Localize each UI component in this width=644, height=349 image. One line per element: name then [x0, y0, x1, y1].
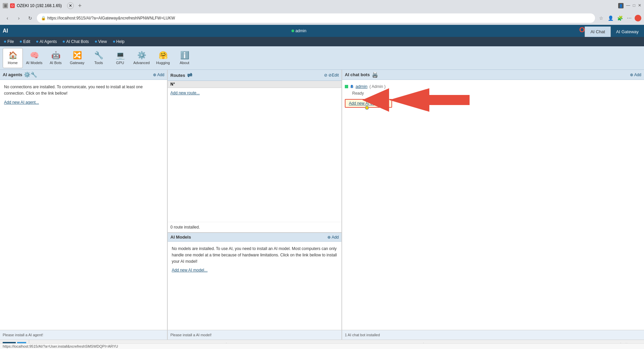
- menu-bar: File Edit AI Agents AI Chat Bots View He…: [0, 37, 644, 46]
- maximize-btn[interactable]: □: [633, 3, 635, 8]
- ai-models-icon: 🧠: [30, 51, 39, 60]
- add-new-agent-link[interactable]: Add new AI agent...: [4, 100, 39, 105]
- toolbar-ai-bots-btn[interactable]: 🤖 AI Bots: [46, 48, 66, 68]
- middle-panel: Routes ⇌ ⊘ ⊘Edit N° Add new route... 0 r…: [168, 70, 342, 340]
- new-tab-btn[interactable]: +: [76, 2, 83, 9]
- browser-menu-icon[interactable]: ☰: [3, 3, 8, 8]
- add-chatbot-container: Add new AI chat bot...: [345, 99, 392, 108]
- extensions-icon[interactable]: 🧩: [616, 14, 624, 22]
- left-panel: AI agents ⚙️🔧 ⊕ Add No connections are i…: [0, 70, 168, 340]
- agents-panel-title: AI agents ⚙️🔧: [3, 71, 37, 78]
- browser-menu-dots[interactable]: ⋯: [625, 14, 633, 22]
- toolbar-gateway-label: Gateway: [70, 61, 84, 65]
- user-status-text: Ready: [345, 91, 641, 96]
- routes-edit-icon: ⊘: [324, 73, 327, 78]
- home-icon: 🏠: [8, 51, 17, 60]
- toolbar-ai-models-btn[interactable]: 🧠 AI Models: [24, 48, 44, 68]
- bookmark-icon[interactable]: ☆: [597, 14, 605, 22]
- user-status-dot: [345, 85, 348, 88]
- back-btn[interactable]: ‹: [3, 13, 12, 23]
- agents-no-conn-text: No connections are installed. To communi…: [4, 84, 163, 97]
- url-text: https://localhost:9515/AI/?a=AIGateway&n…: [47, 16, 175, 20]
- toolbar-ai-bots-label: AI Bots: [50, 61, 61, 65]
- minimize-btn[interactable]: —: [626, 3, 630, 8]
- refresh-btn[interactable]: ↻: [25, 13, 35, 23]
- ai-models-desc: No models are installed. To use AI, you …: [172, 246, 337, 265]
- gpu-icon: 💻: [116, 51, 125, 60]
- add-new-route-link[interactable]: Add new route...: [170, 91, 200, 95]
- routes-icon: ⇌: [187, 71, 192, 79]
- tab-close-btn[interactable]: ✕: [67, 2, 74, 9]
- toolbar-advanced-btn[interactable]: ⚙️ Advanced: [131, 48, 152, 68]
- ai-models-body: No models are installed. To use AI, you …: [168, 242, 341, 330]
- routes-body: Add new route...: [168, 88, 341, 222]
- toolbar-about-label: About: [180, 61, 190, 65]
- toolbar-gpu-btn[interactable]: 💻 GPU: [110, 48, 130, 68]
- toolbar: 🏠 Home 🧠 AI Models 🤖 AI Bots 🔀 Gateway 🔧…: [0, 46, 644, 70]
- routes-table-header: N°: [168, 81, 341, 88]
- content-area: AI agents ⚙️🔧 ⊕ Add No connections are i…: [0, 70, 644, 340]
- agents-panel-header: AI agents ⚙️🔧 ⊕ Add: [0, 70, 167, 80]
- agents-add-btn[interactable]: ⊕ Add: [153, 72, 164, 77]
- ai-models-title: AI Models: [170, 235, 191, 240]
- add-new-model-link[interactable]: Add new AI model...: [172, 268, 208, 272]
- routes-title-text: Routes: [170, 73, 185, 78]
- tools-icon: 🔧: [94, 51, 103, 60]
- menu-file[interactable]: File: [1, 38, 16, 45]
- routes-edit-btn[interactable]: ⊘ ⊘Edit: [324, 73, 339, 78]
- status-bar: Start AI Please install a AI agent! Plea…: [0, 340, 644, 349]
- gateway-icon: 🔀: [73, 51, 82, 60]
- routes-title: Routes ⇌: [170, 71, 192, 79]
- toolbar-hugging-btn[interactable]: 🤗 Hugging: [153, 48, 173, 68]
- profile-icon[interactable]: 👤: [618, 3, 624, 8]
- menu-ai-agents[interactable]: AI Agents: [34, 38, 59, 45]
- chatbots-printer-icon[interactable]: 🖨️: [372, 71, 378, 78]
- user-item: 👤 admin ( Admin ): [345, 83, 641, 90]
- ai-models-add-btn[interactable]: ⊕ Add: [327, 235, 339, 240]
- routes-status: 0 route installed.: [168, 222, 341, 232]
- browser-profile-icon[interactable]: [635, 15, 641, 21]
- toolbar-gpu-label: GPU: [116, 61, 124, 65]
- agents-gear-icon: ⚙️🔧: [24, 71, 37, 78]
- menu-view[interactable]: View: [92, 38, 110, 45]
- profile-circle-icon[interactable]: 👤: [606, 14, 614, 22]
- ai-models-status: Please install a AI model!: [168, 330, 341, 340]
- toolbar-ai-models-label: AI Models: [26, 61, 43, 65]
- menu-edit[interactable]: Edit: [17, 38, 33, 45]
- routes-col-n: N°: [170, 82, 175, 87]
- tab-ai-gateway[interactable]: AI Gateway: [610, 27, 644, 37]
- title-bar: ☰ O OZEKI 10 (192.168.1.65) ✕ + 👤 — □ ✕: [0, 0, 644, 11]
- user-avatar-small: 👤: [350, 85, 354, 88]
- admin-status-dot: [291, 30, 294, 32]
- user-role-text: ( Admin ): [369, 84, 385, 89]
- toolbar-tools-label: Tools: [94, 61, 103, 65]
- chatbots-header: AI chat bots 🖨️ ⊕ Add: [342, 70, 644, 80]
- chatbots-title: AI chat bots 🖨️: [345, 71, 378, 78]
- advanced-icon: ⚙️: [137, 51, 146, 60]
- toolbar-gateway-btn[interactable]: 🔀 Gateway: [67, 48, 87, 68]
- ai-models-header: AI Models ⊕ Add: [168, 233, 341, 242]
- menu-ai-chat-bots[interactable]: AI Chat Bots: [60, 38, 91, 45]
- app-title: AI: [3, 28, 8, 34]
- ai-bots-icon: 🤖: [51, 51, 60, 60]
- ai-models-section: AI Models ⊕ Add No models are installed.…: [168, 232, 341, 340]
- user-name-link[interactable]: admin: [356, 84, 367, 89]
- tab-ai-chat[interactable]: AI Chat: [585, 27, 610, 37]
- chatbots-body: 👤 admin ( Admin ) Ready Add new AI chat …: [342, 80, 644, 330]
- toolbar-home-btn[interactable]: 🏠 Home: [3, 48, 23, 68]
- chatbots-title-text: AI chat bots: [345, 72, 370, 77]
- routes-edit-label: ⊘Edit: [328, 73, 339, 78]
- address-bar[interactable]: 🔒 https://localhost:9515/AI/?a=AIGateway…: [37, 13, 595, 23]
- toolbar-about-btn[interactable]: ℹ️ About: [174, 48, 195, 68]
- menu-help[interactable]: Help: [110, 38, 127, 45]
- toolbar-tools-btn[interactable]: 🔧 Tools: [89, 48, 109, 68]
- top-right-tabs: AI Chat AI Gateway: [585, 27, 644, 37]
- agents-title-text: AI agents: [3, 72, 22, 77]
- right-panel: AI chat bots 🖨️ ⊕ Add 👤 admin ( Admin ) …: [342, 70, 644, 340]
- toolbar-home-label: Home: [8, 61, 17, 65]
- admin-name: admin: [296, 29, 307, 33]
- chatbots-status: 1 AI chat bot installed: [342, 330, 644, 340]
- chatbots-add-btn[interactable]: ⊕ Add: [630, 72, 641, 77]
- close-browser-btn[interactable]: ✕: [638, 3, 641, 8]
- forward-btn[interactable]: ›: [14, 13, 23, 23]
